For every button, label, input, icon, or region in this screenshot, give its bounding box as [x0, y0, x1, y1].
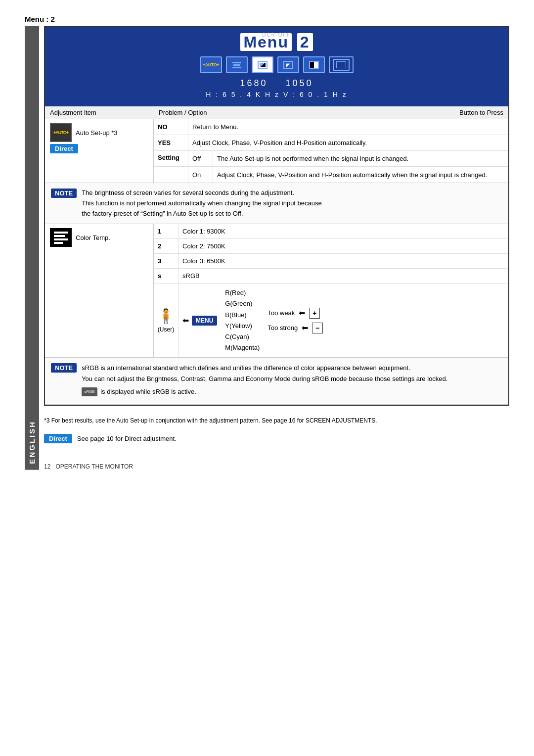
color-c: C(Cyan): [225, 331, 260, 342]
color-temp-row: Color Temp. 1 Color 1: 9300K 2 Colo: [45, 224, 508, 357]
osd-icon-monitor[interactable]: [226, 56, 248, 73]
user-menu-arrow: ⬅ MENU: [182, 316, 217, 326]
colortemp-line-2: [54, 235, 65, 237]
note-line-1-2: the factory-preset of “Setting” in Auto …: [82, 209, 322, 219]
option-val-no: Return to Menu.: [188, 119, 508, 135]
main-layout: ENGLISH DCR OFF Menu 2 +AUTO+: [25, 26, 509, 470]
english-sidebar: ENGLISH: [25, 26, 39, 470]
footnote-text: *3 For best results, use the Auto Set-up…: [44, 417, 377, 424]
ct-val-2: Color 2: 7500K: [178, 239, 508, 253]
colortemp-line-1: [54, 232, 68, 234]
osd-icon-contrast[interactable]: [303, 56, 325, 73]
auto-setup-options-col: NO Return to Menu. YES Adjust Clock, Pha…: [154, 119, 508, 183]
setting-key-off: Setting: [154, 151, 188, 166]
color-r: R(Red): [225, 287, 260, 298]
plus-button[interactable]: +: [309, 308, 320, 319]
auto-setup-row: +AUTO+ Auto Set-up *3 Direct NO Return t…: [45, 119, 508, 183]
halton-icon: +AUTO+: [203, 62, 219, 67]
auto-setup-label: Auto Set-up *3: [76, 129, 118, 137]
ct-val-s: sRGB: [178, 269, 508, 283]
too-weak-label: Too weak: [267, 309, 295, 317]
direct-footer-text: See page 10 for Direct adjustment.: [77, 435, 177, 442]
page-footer-text: OPERATING THE MONITOR: [55, 463, 133, 470]
direct-badge-footer[interactable]: Direct: [44, 434, 72, 443]
auto-setup-section: +AUTO+ Auto Set-up *3 Direct NO Return t…: [45, 119, 508, 183]
color-y: Y(Yellow): [225, 321, 260, 331]
colortemp-lines: [54, 232, 68, 244]
ct-val-3: Color 3: 6500K: [178, 254, 508, 268]
osd-icon-selected[interactable]: [252, 56, 273, 73]
option-row-no: NO Return to Menu.: [154, 119, 508, 135]
ct-val-1: Color 1: 9300K: [178, 224, 508, 238]
arrow-strong-icon: ⬅: [302, 323, 308, 332]
color-temp-item-col: Color Temp.: [45, 224, 154, 357]
ct-row-user: 🧍 (User) ⬅ MENU R(Red): [154, 284, 508, 357]
page-container: Menu : 2 ENGLISH DCR OFF Menu 2 +AUTO+: [25, 15, 509, 470]
monitor-lines-icon: [232, 62, 241, 68]
strength-row-strong: Too strong ⬅ −: [267, 323, 323, 333]
page-title: Menu : 2: [25, 15, 509, 23]
color-temp-label: Color Temp.: [76, 234, 110, 241]
user-content: ⬅ MENU R(Red) G(Green) B(Blue) Y(Yellow)…: [178, 284, 508, 357]
arrow-weak-icon: ⬅: [299, 308, 305, 318]
setting-key-on: [154, 167, 188, 183]
col-header-button: Button to Press: [459, 109, 503, 116]
page-footer: 12 OPERATING THE MONITOR: [44, 463, 509, 470]
color-temp-item-header: Color Temp.: [50, 228, 110, 247]
direct-badge-auto[interactable]: Direct: [50, 144, 78, 153]
ct-row-s: s sRGB: [154, 269, 508, 284]
osd-icon-arrow[interactable]: ◤: [277, 56, 299, 73]
note2-line-0: sRGB is an international standard which …: [82, 363, 447, 374]
note-text-2: sRGB is an international standard which …: [82, 363, 447, 397]
setting-row-off: Setting Off The Auto Set-up is not perfo…: [154, 151, 508, 167]
strength-row-weak: Too weak ⬅ +: [267, 308, 323, 319]
osd-menu-number: 2: [297, 33, 313, 51]
note-text-1: The brightness of screen varies for seve…: [82, 188, 322, 219]
setting-sub-on: On: [188, 167, 213, 183]
setting-sub-off: Off: [188, 151, 213, 166]
osd-header: DCR OFF Menu 2 +AUTO+: [45, 27, 508, 106]
colortemp-icon: [50, 228, 72, 247]
color-b: B(Blue): [225, 310, 260, 321]
user-label: (User): [158, 326, 174, 333]
osd-icons: +AUTO+ ◤: [55, 56, 498, 73]
setting-desc-on: Adjust Clock, Phase, V-Position and H-Po…: [213, 167, 508, 183]
note2-line-1: You can not adjust the Brightness, Contr…: [82, 374, 447, 384]
osd-icon-halton[interactable]: +AUTO+: [200, 56, 222, 73]
user-key-cell: 🧍 (User): [154, 284, 178, 357]
colortemp-line-3: [54, 238, 68, 240]
note-box-2: NOTE sRGB is an international standard w…: [45, 358, 508, 405]
option-key-yes: YES: [154, 135, 188, 150]
contrast-icon: [309, 61, 319, 69]
note-badge-2: NOTE: [51, 363, 77, 373]
main-box: DCR OFF Menu 2 +AUTO+: [44, 26, 509, 406]
auto-setup-item-header: +AUTO+ Auto Set-up *3: [50, 123, 118, 142]
osd-freq: H : 6 5 . 4 K H z V : 6 0 . 1 H z: [55, 91, 498, 98]
menu-button[interactable]: MENU: [192, 316, 217, 326]
table-header: Adjustment Item Problem / Option Button …: [45, 106, 508, 119]
ct-row-2: 2 Color 2: 7500K: [154, 239, 508, 254]
note-badge-1: NOTE: [51, 189, 77, 198]
minus-button[interactable]: −: [312, 323, 323, 333]
setting-desc-off: The Auto Set-up is not performed when th…: [213, 151, 508, 166]
osd-resolution: 1680 1050: [55, 78, 498, 89]
setting-row-on: On Adjust Clock, Phase, V-Position and H…: [154, 167, 508, 183]
content-area: DCR OFF Menu 2 +AUTO+: [44, 26, 509, 470]
color-temp-section: Color Temp. 1 Color 1: 9300K 2 Colo: [45, 224, 508, 358]
page-num: 12: [44, 463, 50, 470]
ct-row-3: 3 Color 3: 6500K: [154, 254, 508, 269]
monitor-frame-icon: [333, 59, 350, 71]
color-g: G(Green): [225, 298, 260, 309]
note-line-1-0: The brightness of screen varies for seve…: [82, 188, 322, 198]
arrow-box-icon: ◤: [283, 61, 293, 69]
ct-key-2: 2: [154, 239, 178, 253]
option-row-yes: YES Adjust Clock, Phase, V-Position and …: [154, 135, 508, 151]
footer-footnote: *3 For best results, use the Auto Set-up…: [44, 416, 509, 425]
color-list: R(Red) G(Green) B(Blue) Y(Yellow) C(Cyan…: [225, 287, 260, 353]
dcr-label: DCR OFF: [262, 32, 291, 38]
osd-icon-monitor-frame[interactable]: [329, 56, 354, 73]
srgb-active-text: is displayed while sRGB is active.: [100, 386, 196, 397]
color-m: M(Magenta): [225, 342, 260, 353]
note-line-1-1: This function is not performed automatic…: [82, 198, 322, 209]
option-key-no: NO: [154, 119, 188, 135]
